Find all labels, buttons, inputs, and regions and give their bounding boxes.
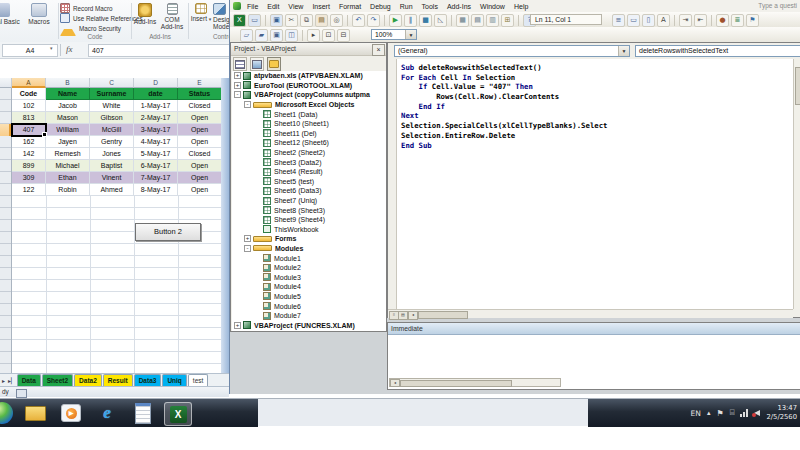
table-cell[interactable]: Gentry [90,136,134,148]
immediate-horizontal-scrollbar[interactable]: ◂ [389,378,561,387]
code-vertical-scrollbar[interactable] [793,59,800,309]
action-center-flag-icon[interactable]: ⚑ [716,409,723,418]
column-header-E[interactable]: E [178,78,222,88]
ribbon-button-macro-security[interactable]: Macro Security [60,23,121,33]
table-cell[interactable]: Ahmed [90,184,134,196]
table-cell[interactable]: Open [178,136,222,148]
tree-item-thisworkbook[interactable]: ThisWorkbook [232,225,386,235]
chevron-down-icon[interactable]: ▼ [618,46,629,56]
collapse-icon[interactable]: - [234,91,241,98]
tree-item-sheet6-data3-[interactable]: Sheet6 (Data3) [232,186,386,196]
sheet-tab-sheet2[interactable]: Sheet2 [42,374,73,386]
table-cell[interactable]: Michael [46,160,90,172]
comment-block-icon[interactable]: ≣ [731,14,744,27]
sheet-tab-uniq[interactable]: Uniq [162,374,186,386]
table-cell[interactable]: 8-May-17 [134,184,178,196]
table-cell[interactable]: Jayen [46,136,90,148]
media-player-taskbar-button[interactable]: ▶ [58,402,84,424]
table-cell[interactable]: Open [178,184,222,196]
tree-item-sheet10-sheet1-[interactable]: Sheet10 (Sheet1) [232,119,386,129]
tree-item-sheet9-sheet4-[interactable]: Sheet9 (Sheet4) [232,215,386,225]
run-layout-icon[interactable]: ▸ [307,29,320,42]
quick-info-icon[interactable]: ▭ [627,14,640,27]
properties-icon[interactable]: ▤ [471,14,484,27]
form-button-2[interactable]: Button 2 [135,223,201,241]
table-cell[interactable]: 3-May-17 [134,124,178,136]
collapse-icon[interactable]: - [244,101,251,108]
list-properties-icon[interactable]: ≡ [612,14,625,27]
table-header-cell[interactable]: Name [46,88,90,100]
tree-item-vbaproject-funcres-xlam-[interactable]: +VBAProject (FUNCRES.XLAM) [232,320,386,330]
table-cell[interactable]: Closed [178,148,222,160]
table-cell[interactable]: Jacob [46,100,90,112]
find-icon[interactable]: ◎ [330,14,343,27]
notepad-taskbar-button[interactable] [130,402,156,424]
indent-icon[interactable]: ⇥ [679,14,692,27]
procedure-dropdown[interactable]: deleteRowswithSelectedText [635,45,800,57]
outdent-icon[interactable]: ⇤ [694,14,707,27]
menu-edit[interactable]: Edit [267,3,279,10]
language-indicator[interactable]: EN [691,409,701,418]
visual-basic-button[interactable]: Visual Basic [0,2,20,39]
corner-select-all[interactable] [0,78,12,88]
menu-file[interactable]: File [247,3,258,10]
table-cell[interactable]: 4-May-17 [134,136,178,148]
formula-input[interactable]: 407 [88,44,232,57]
menu-format[interactable]: Format [339,3,361,10]
sheet-tab-data2[interactable]: Data2 [74,374,102,386]
clock[interactable]: 13:47 2/5/2560 [766,404,797,422]
frame-icon[interactable]: ▣ [270,29,283,42]
expand-icon[interactable]: + [234,82,241,89]
design-mode-icon[interactable]: ◺ [434,14,447,27]
object-browser-icon[interactable]: ▥ [486,14,499,27]
undo-icon[interactable]: ↶ [352,14,365,27]
sheet-tab-data3[interactable]: Data3 [134,374,162,386]
power-plug-icon[interactable]: ⌸ [730,408,735,418]
table-cell[interactable]: 2-May-17 [134,112,178,124]
sheet-left-icon[interactable]: ▱ [240,29,253,42]
full-module-view-button[interactable]: ▤ [398,311,408,320]
table-cell[interactable]: 899 [12,160,46,172]
internet-explorer-taskbar-button[interactable]: e [94,402,120,424]
menu-insert[interactable]: Insert [312,3,330,10]
redo-icon[interactable]: ↷ [367,14,380,27]
collapse-icon[interactable]: - [244,245,251,252]
selected-row-header[interactable] [0,124,11,136]
toggle-breakpoint-icon[interactable]: ● [716,14,729,27]
macros-button[interactable]: Macros [21,2,57,39]
table-cell[interactable]: Gibson [90,112,134,124]
tree-item-sheet12-sheet6-[interactable]: Sheet12 (Sheet6) [232,138,386,148]
table-cell[interactable]: 142 [12,148,46,160]
table-cell[interactable]: 122 [12,184,46,196]
zoom-combo[interactable]: 100% ▼ [371,29,417,40]
sheet-tab-data[interactable]: Data [17,374,41,386]
tree-item-module1[interactable]: Module1 [232,253,386,263]
chevron-down-icon[interactable]: ▼ [405,30,416,39]
scroll-left-icon[interactable]: ◂ [390,379,400,387]
table-header-cell[interactable]: Status [178,88,222,100]
sheet-right-icon[interactable]: ▰ [255,29,268,42]
expand-icon[interactable]: + [234,322,241,329]
table-cell[interactable]: Open [178,172,222,184]
tree-item-module5[interactable]: Module5 [232,292,386,302]
tree-item-sheet4-result-[interactable]: Sheet4 (Result) [232,167,386,177]
volume-muted-icon[interactable] [754,410,760,416]
table-cell[interactable]: Ethan [46,172,90,184]
tree-item-sheet1-data-[interactable]: Sheet1 (Data) [232,109,386,119]
menu-view[interactable]: View [288,3,303,10]
table-cell[interactable]: Vinent [90,172,134,184]
tree-item-sheet11-del-[interactable]: Sheet11 (Del) [232,129,386,139]
table-cell[interactable]: 1-May-17 [134,100,178,112]
table-header-cell[interactable]: date [134,88,178,100]
menu-run[interactable]: Run [400,3,413,10]
save-icon[interactable]: ▣ [270,14,283,27]
parameter-info-icon[interactable]: ▯ [642,14,655,27]
column-header-A[interactable]: A [12,78,46,88]
excel-taskbar-button[interactable]: X [164,402,192,426]
insert-userform-icon[interactable]: ▭ [248,14,261,27]
table-cell[interactable]: 5-May-17 [134,148,178,160]
tree-item-vbaproject-copycolumns-autpma[interactable]: -VBAProject (copyColumns autpma [232,90,386,100]
tree-item-module3[interactable]: Module3 [232,272,386,282]
column-header-D[interactable]: D [134,78,178,88]
table-header-cell[interactable]: Code [12,88,46,100]
